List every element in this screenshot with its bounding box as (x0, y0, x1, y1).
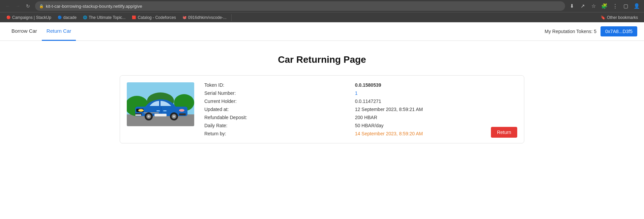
bookmark-folder-icon: 🔖 (601, 15, 606, 20)
return-btn-wrapper: Return (491, 127, 517, 138)
svg-rect-21 (156, 110, 160, 111)
browser-toolbar: ← → ↻ 🔒 kit-t-car-borrowing-stackup-boun… (0, 0, 644, 12)
nav-right: My Reputation Tokens: 5 0x7A8...D3f5 (545, 26, 637, 36)
return-button[interactable]: Return (491, 127, 517, 138)
bookmark-stackup[interactable]: 🔴 Campaigns | StackUp (3, 15, 54, 21)
holder-label: Current Holder: (204, 99, 342, 104)
app-container: Borrow Car Return Car My Reputation Toke… (0, 22, 644, 219)
nav-buttons: ← → ↻ (3, 2, 32, 10)
menu-icon[interactable]: ⋮ (611, 2, 619, 10)
token-id-label: Token ID: (204, 82, 342, 88)
car-image (127, 82, 194, 126)
wallet-button[interactable]: 0x7A8...D3f5 (601, 26, 637, 36)
other-bookmarks-label: Other bookmarks (607, 15, 638, 20)
svg-point-10 (138, 109, 144, 112)
serial-label: Serial Number: (204, 90, 342, 96)
extension-icon[interactable]: 🧩 (600, 2, 608, 10)
bookmarks-bar: 🔴 Campaigns | StackUp 🔵 dacade 🌐 The Ult… (0, 12, 644, 22)
window-icon[interactable]: ▢ (622, 2, 630, 10)
bookmark-dacade-label: dacade (63, 15, 77, 20)
return-by-label: Return by: (204, 131, 342, 136)
ultimate-favicon: 🌐 (83, 15, 87, 20)
updated-label: Updated at: (204, 107, 342, 112)
svg-point-19 (173, 115, 175, 117)
bookmark-stackup-label: Campaigns | StackUp (12, 15, 51, 20)
dacade-favicon: 🔵 (57, 15, 62, 20)
reload-button[interactable]: ↻ (24, 2, 32, 10)
rate-label: Daily Rate: (204, 123, 342, 128)
bookmark-star-icon[interactable]: ☆ (589, 2, 597, 10)
download-icon[interactable]: ⬇ (568, 2, 576, 10)
svg-rect-8 (144, 112, 159, 113)
svg-rect-23 (154, 114, 167, 116)
deposit-value: 200 HBAR (355, 115, 517, 120)
profile-icon[interactable]: 👤 (633, 2, 641, 10)
reputation-tokens: My Reputation Tokens: 5 (545, 29, 596, 34)
bookmark-codeforces-label: Catalog - Codeforces (138, 15, 176, 20)
share-icon[interactable]: ↗ (579, 2, 587, 10)
serial-value: 1 (355, 90, 517, 96)
bookmark-ultimate[interactable]: 🌐 The Ultimate Topic... (80, 15, 128, 21)
stackup-favicon: 🔴 (6, 15, 11, 20)
browser-actions: ⬇ ↗ ☆ 🧩 ⋮ ▢ 👤 (568, 2, 641, 10)
svg-rect-12 (179, 113, 186, 115)
svg-point-16 (148, 115, 150, 117)
vscode-favicon: 🐙 (182, 15, 187, 20)
lock-icon: 🔒 (39, 4, 44, 8)
back-button[interactable]: ← (3, 2, 12, 10)
other-bookmarks[interactable]: 🔖 Other bookmarks (598, 15, 641, 21)
codeforces-favicon: 🟥 (131, 15, 136, 20)
nav-borrow-car[interactable]: Borrow Car (7, 22, 42, 41)
svg-rect-11 (135, 114, 141, 116)
browser-chrome: ← → ↻ 🔒 kit-t-car-borrowing-stackup-boun… (0, 0, 644, 22)
car-details: Token ID: 0.0.1580539 Serial Number: 1 C… (204, 82, 517, 136)
bookmark-ultimate-label: The Ultimate Topic... (89, 15, 125, 20)
car-card: Token ID: 0.0.1580539 Serial Number: 1 C… (120, 75, 524, 143)
bookmark-dacade[interactable]: 🔵 dacade (55, 15, 79, 21)
url-text: kit-t-car-borrowing-stackup-bounty.netli… (46, 4, 561, 9)
address-bar[interactable]: 🔒 kit-t-car-borrowing-stackup-bounty.net… (35, 1, 565, 11)
updated-value: 12 September 2023, 8:59:21 AM (355, 107, 517, 112)
deposit-label: Refundable Deposit: (204, 115, 342, 120)
main-content: Car Returning Page (0, 41, 644, 150)
bookmarks-divider (231, 14, 232, 21)
svg-point-13 (179, 109, 184, 112)
app-nav: Borrow Car Return Car My Reputation Toke… (0, 22, 644, 41)
car-svg (127, 82, 194, 126)
token-id-value: 0.0.1580539 (355, 82, 517, 88)
bookmark-codeforces[interactable]: 🟥 Catalog - Codeforces (129, 15, 178, 21)
page-title: Car Returning Page (13, 54, 631, 65)
svg-rect-22 (163, 110, 167, 111)
forward-button[interactable]: → (13, 2, 22, 10)
holder-value: 0.0.1147271 (355, 99, 517, 104)
bookmark-vscode[interactable]: 🐙 0916dhkim/vscode-... (179, 15, 229, 21)
nav-return-car[interactable]: Return Car (42, 22, 76, 41)
bookmark-vscode-label: 0916dhkim/vscode-... (188, 15, 227, 20)
